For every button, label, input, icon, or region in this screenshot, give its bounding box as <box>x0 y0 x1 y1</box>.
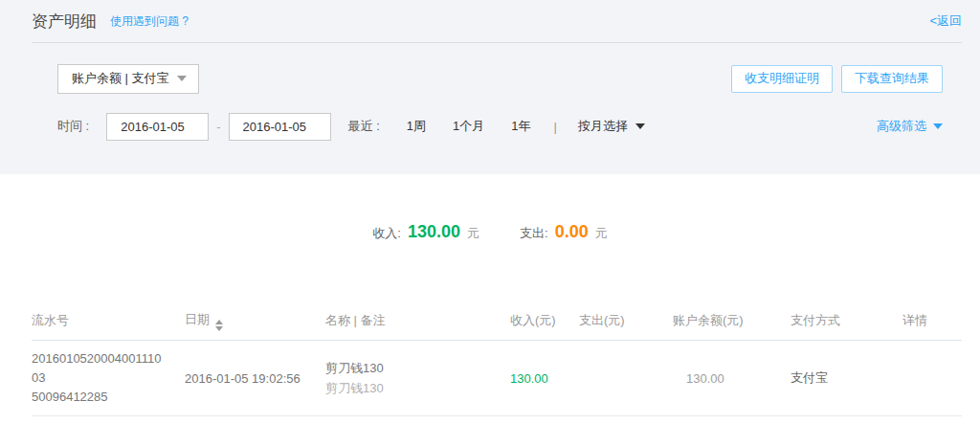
table-row: 201601052000400111003 50096412285 2016-0… <box>32 341 962 416</box>
action-buttons: 收支明细证明 下载查询结果 <box>723 65 943 93</box>
account-filter-row: 账户余额 | 支付宝 收支明细证明 下载查询结果 <box>57 64 943 93</box>
income-label: 收入: <box>372 225 401 242</box>
transactions-table: 流水号 日期 名称 | 备注 收入(元) 支出(元) 账户余额(元) 支付方式 … <box>32 301 962 416</box>
cell-payment-method: 支付宝 <box>791 369 902 387</box>
download-results-button[interactable]: 下载查询结果 <box>841 65 943 93</box>
chevron-down-icon <box>933 123 943 129</box>
date-to-input[interactable] <box>229 113 331 141</box>
back-link[interactable]: <返回 <box>929 12 962 30</box>
balance-amount: 130.00 <box>673 371 724 386</box>
header-payment-method: 支付方式 <box>791 312 902 329</box>
header-income: 收入(元) <box>502 312 579 329</box>
income-expense-proof-button[interactable]: 收支明细证明 <box>731 65 833 93</box>
income-total: 130.00 <box>408 222 460 242</box>
quick-range-1year[interactable]: 1年 <box>511 118 530 135</box>
account-type-value: 账户余额 | 支付宝 <box>72 70 169 87</box>
page-header: 资产明细 使用遇到问题 ? <返回 <box>32 0 962 43</box>
serial-line2: 50096412285 <box>32 388 162 407</box>
header-date-label: 日期 <box>185 312 210 326</box>
header-expense: 支出(元) <box>579 312 673 329</box>
expense-label: 支出: <box>520 225 548 242</box>
chevron-down-icon <box>177 76 187 81</box>
month-select-label: 按月选择 <box>578 118 628 135</box>
date-from-input[interactable] <box>106 113 209 141</box>
advanced-filter-label: 高级筛选 <box>877 118 926 135</box>
sort-icon[interactable] <box>215 320 223 331</box>
results-area: 收入: 130.00 元 支出: 0.00 元 流水号 日期 名称 | 备注 收… <box>0 174 980 416</box>
header-serial: 流水号 <box>32 312 185 329</box>
advanced-filter-dropdown[interactable]: 高级筛选 <box>877 118 943 135</box>
header-name-remark: 名称 | 备注 <box>325 312 502 329</box>
summary-bar: 收入: 130.00 元 支出: 0.00 元 <box>0 174 980 242</box>
transaction-name: 剪刀钱130 <box>325 358 502 378</box>
time-label: 时间 : <box>57 118 89 135</box>
month-select-dropdown[interactable]: 按月选择 <box>578 118 645 135</box>
income-unit: 元 <box>467 225 479 242</box>
expense-total: 0.00 <box>555 222 589 242</box>
cell-name-remark: 剪刀钱130 剪刀钱130 <box>325 358 502 398</box>
quick-range-1week[interactable]: 1周 <box>407 118 426 135</box>
cell-income: 130.00 <box>502 371 579 386</box>
quick-range-1month[interactable]: 1个月 <box>453 118 484 135</box>
account-type-dropdown[interactable]: 账户余额 | 支付宝 <box>57 64 199 94</box>
time-filter-row: 时间 : - 最近 : 1周 1个月 1年 | 按月选择 高级筛选 <box>57 112 943 141</box>
cell-balance: 130.00 <box>673 371 791 386</box>
transaction-remark: 剪刀钱130 <box>325 378 502 398</box>
serial-line1: 201601052000400111003 <box>32 349 162 388</box>
cell-date: 2016-01-05 19:02:56 <box>185 371 325 386</box>
filter-panel: 资产明细 使用遇到问题 ? <返回 账户余额 | 支付宝 收支明细证明 下载查询… <box>0 0 980 174</box>
cell-serial: 201601052000400111003 50096412285 <box>32 349 185 407</box>
header-date: 日期 <box>185 311 325 331</box>
recent-label: 最近 : <box>348 118 380 135</box>
header-balance: 账户余额(元) <box>673 312 791 329</box>
date-separator: - <box>216 120 220 134</box>
income-amount: 130.00 <box>510 371 548 386</box>
table-header-row: 流水号 日期 名称 | 备注 收入(元) 支出(元) 账户余额(元) 支付方式 … <box>32 301 962 341</box>
page-title: 资产明细 <box>32 11 97 33</box>
help-link[interactable]: 使用遇到问题 ? <box>110 13 189 30</box>
chevron-down-icon <box>635 123 645 129</box>
header-detail: 详情 <box>902 312 962 329</box>
vertical-divider: | <box>554 120 557 134</box>
expense-unit: 元 <box>595 225 608 242</box>
